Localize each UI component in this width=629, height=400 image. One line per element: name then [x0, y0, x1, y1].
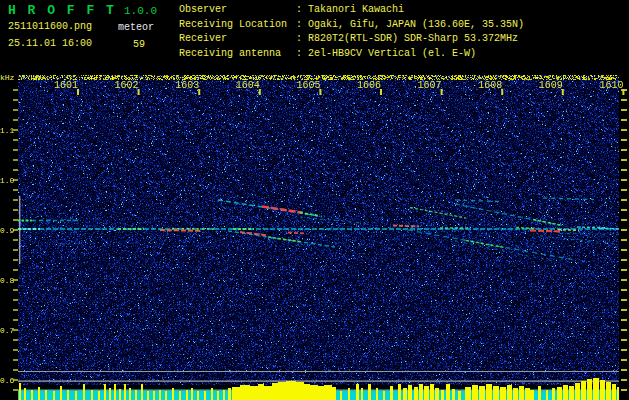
signal-bar [486, 384, 492, 400]
meteor-trail [560, 234, 619, 235]
signal-bar [569, 386, 574, 400]
freq-tick-right [621, 239, 627, 241]
signal-bar [24, 388, 26, 400]
freq-tick-left [13, 369, 18, 370]
freq-tick-right [621, 139, 627, 141]
freq-tick-right [621, 299, 627, 301]
meteor-trail [288, 233, 306, 234]
signal-bar [165, 391, 167, 400]
signal-bar [356, 384, 359, 400]
signal-bar [563, 385, 568, 400]
signal-bar [575, 383, 580, 400]
signal-bar [390, 386, 393, 400]
signal-bar [500, 387, 506, 400]
freq-tick-left [13, 189, 18, 190]
signal-bar [264, 386, 272, 400]
signal-bar [324, 385, 332, 400]
meteor-trail [540, 236, 616, 244]
freq-tick-left [13, 209, 18, 210]
signal-bar [538, 386, 541, 400]
freq-tick-right [621, 229, 627, 231]
signal-bar [186, 390, 188, 400]
signal-bar [129, 388, 131, 400]
meteor-trail [455, 241, 553, 261]
meteor-trail [268, 237, 302, 242]
freq-tick-left [13, 309, 18, 310]
freq-tick-right [621, 389, 627, 391]
freq-tick-left [13, 249, 18, 250]
signal-bar [217, 391, 219, 400]
freq-tick-right [621, 99, 627, 101]
time-label: 1601 [54, 80, 78, 91]
signal-bar [104, 384, 106, 400]
hrofft-window: H R O F F T 1.0.0 2511011600.png meteor … [0, 0, 629, 400]
signal-bar [240, 385, 250, 400]
signal-bar [83, 384, 85, 400]
signal-bar [383, 391, 385, 400]
signal-bar [60, 386, 62, 400]
signal-bar [159, 390, 161, 400]
freq-tick-left [13, 119, 18, 120]
freq-tick-left [13, 159, 18, 160]
freq-tick-right [621, 129, 627, 131]
freq-tick-right [621, 249, 627, 251]
signal-bar [593, 378, 599, 400]
signal-bar [119, 389, 121, 400]
freq-tick-left [13, 359, 18, 360]
signal-bar [204, 391, 206, 400]
freq-tick-right [621, 269, 627, 271]
left-edge-marker [19, 196, 20, 264]
signal-bar [179, 391, 181, 400]
signal-bar [546, 390, 548, 400]
signal-bar [53, 391, 55, 400]
signal-bar [430, 384, 434, 400]
freq-tick-right [621, 159, 627, 161]
signal-bar [147, 391, 149, 400]
signal-bar [458, 391, 461, 400]
time-label: 1602 [115, 80, 139, 91]
meteor-trail [543, 198, 594, 200]
signal-bar [114, 384, 116, 400]
signal-bar [479, 386, 485, 400]
freq-tick-left [13, 319, 18, 320]
freq-tick-right [621, 279, 627, 281]
freq-tick-right [621, 349, 627, 351]
time-label: 1604 [236, 80, 260, 91]
signal-bar [45, 390, 47, 400]
freq-tick-right [621, 339, 627, 341]
signal-bar [606, 382, 611, 400]
freq-tick-left [13, 149, 18, 150]
meteor-trail [455, 200, 500, 202]
meteor-trail [530, 231, 562, 232]
signal-bar [286, 381, 296, 400]
signal-bar [408, 385, 412, 400]
freq-tick-right [621, 329, 627, 331]
freq-tick-right [621, 109, 627, 111]
signal-bar [530, 390, 534, 400]
meteor-trail [262, 207, 302, 213]
signal-bar [141, 384, 143, 400]
signal-bar [552, 388, 555, 400]
signal-bar [513, 388, 518, 400]
signal-bar [223, 390, 225, 400]
freq-tick-right [621, 149, 627, 151]
signal-bar [98, 391, 100, 400]
signal-bar [91, 390, 93, 400]
time-label: 1608 [478, 80, 502, 91]
freq-tick-left [13, 199, 18, 200]
freq-label: 0.8 [0, 276, 14, 285]
freq-tick-left [13, 239, 18, 240]
freq-tick-right [621, 199, 627, 201]
signal-bar [272, 383, 278, 400]
signal-bar [38, 387, 40, 400]
meteor-trail [393, 226, 419, 227]
freq-tick-right [621, 369, 627, 371]
freq-tick-right [621, 209, 627, 211]
freq-tick-left [13, 269, 18, 270]
freq-tick-right [621, 179, 627, 181]
freq-tick-left [13, 109, 18, 110]
signal-bar [332, 387, 336, 400]
freq-tick-left [13, 169, 18, 170]
freq-tick-right [621, 309, 627, 311]
freq-tick-right [621, 259, 627, 261]
